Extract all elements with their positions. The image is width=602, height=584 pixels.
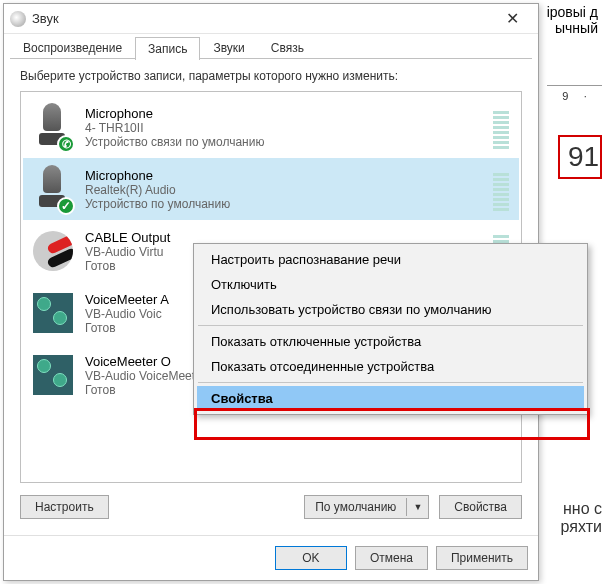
menu-use-default-comm[interactable]: Использовать устройство связи по умолчан…: [197, 297, 584, 322]
close-button[interactable]: ✕: [492, 9, 532, 28]
context-menu: Настроить распознавание речи Отключить И…: [193, 243, 588, 415]
bg-fragment: ычный: [536, 20, 598, 36]
microphone-icon: [33, 165, 73, 213]
bg-ruler: 9 ·: [547, 85, 602, 105]
bg-fragment: нно с: [532, 500, 602, 518]
panel-button-row: Настроить По умолчанию ▼ Свойства: [20, 483, 522, 519]
menu-separator: [198, 382, 583, 383]
level-meter: [493, 167, 509, 211]
menu-disable[interactable]: Отключить: [197, 272, 584, 297]
default-device-badge-icon: [57, 197, 75, 215]
panel-instruction: Выберите устройство записи, параметры ко…: [20, 69, 522, 83]
ok-button[interactable]: OK: [275, 546, 347, 570]
voicemeeter-icon: [33, 289, 73, 337]
speaker-icon: [10, 11, 26, 27]
default-comm-badge-icon: [57, 135, 75, 153]
bg-text-bottom: нно с ряхти: [532, 500, 602, 536]
cancel-button[interactable]: Отмена: [355, 546, 428, 570]
bg-text-top: іровыі д ычный: [532, 0, 602, 40]
device-text: Microphone 4- THR10II Устройство связи п…: [85, 106, 493, 149]
menu-show-disconnected[interactable]: Показать отсоединенные устройства: [197, 354, 584, 379]
dialog-title: Звук: [32, 11, 492, 26]
menu-show-disabled[interactable]: Показать отключенные устройства: [197, 329, 584, 354]
titlebar: Звук ✕: [4, 4, 538, 34]
set-default-button[interactable]: По умолчанию ▼: [304, 495, 429, 519]
tab-filler: [317, 36, 532, 59]
device-status: Устройство связи по умолчанию: [85, 135, 493, 149]
menu-separator: [198, 325, 583, 326]
dialog-footer: OK Отмена Применить: [4, 535, 538, 580]
bg-ruler-mark: ·: [584, 90, 587, 102]
device-text: Microphone Realtek(R) Audio Устройство п…: [85, 168, 493, 211]
menu-properties[interactable]: Свойства: [197, 386, 584, 411]
device-row[interactable]: Microphone 4- THR10II Устройство связи п…: [23, 96, 519, 158]
bg-fragment: іровыі д: [536, 4, 598, 20]
set-default-label: По умолчанию: [305, 496, 406, 518]
level-meter: [493, 105, 509, 149]
dropdown-arrow-icon[interactable]: ▼: [406, 498, 428, 516]
apply-button[interactable]: Применить: [436, 546, 528, 570]
menu-configure-speech[interactable]: Настроить распознавание речи: [197, 247, 584, 272]
device-status: Устройство по умолчанию: [85, 197, 493, 211]
configure-button[interactable]: Настроить: [20, 495, 109, 519]
rca-cable-icon: [33, 227, 73, 275]
tab-communication[interactable]: Связь: [258, 36, 317, 59]
bg-ruler-mark: 9: [562, 90, 568, 102]
voicemeeter-icon: [33, 351, 73, 399]
tab-strip: Воспроизведение Запись Звуки Связь: [4, 34, 538, 59]
device-row[interactable]: Microphone Realtek(R) Audio Устройство п…: [23, 158, 519, 220]
device-name: Microphone: [85, 168, 493, 183]
tab-recording[interactable]: Запись: [135, 37, 200, 60]
tab-sounds[interactable]: Звуки: [200, 36, 257, 59]
bg-highlighted-number: 91: [558, 135, 602, 179]
bg-fragment: ряхти: [532, 518, 602, 536]
device-name: Microphone: [85, 106, 493, 121]
properties-button[interactable]: Свойства: [439, 495, 522, 519]
device-desc: 4- THR10II: [85, 121, 493, 135]
microphone-icon: [33, 103, 73, 151]
device-desc: Realtek(R) Audio: [85, 183, 493, 197]
tab-playback[interactable]: Воспроизведение: [10, 36, 135, 59]
